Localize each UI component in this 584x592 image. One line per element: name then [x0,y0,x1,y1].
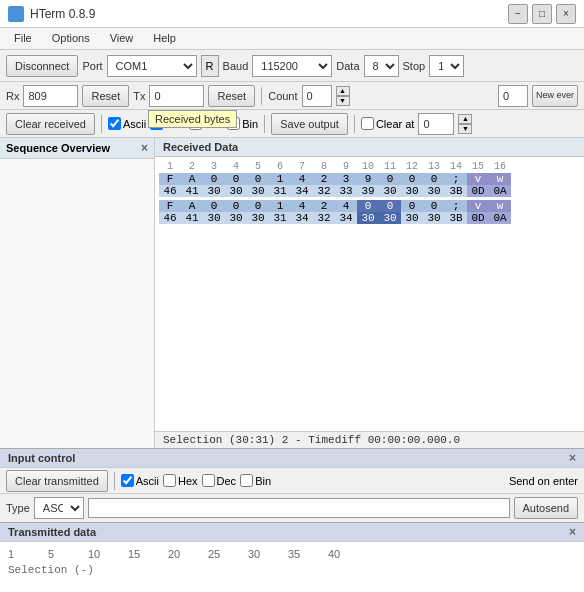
transmitted-selection-text: Selection (-) [8,564,94,576]
ic-ascii-group[interactable]: Ascii [121,474,159,487]
tooltip-received-bytes: Received bytes [148,110,237,128]
separator5 [114,472,115,490]
tx-label: Tx [133,90,145,102]
rx-input[interactable] [23,85,78,107]
type-select[interactable]: ASC [34,497,84,519]
clear-at-input[interactable] [418,113,454,135]
r2d16: 0A [489,212,511,224]
r2h16: w [489,200,511,212]
sidebar-header: Sequence Overview × [0,138,154,159]
clear-received-button[interactable]: Clear received [6,113,95,135]
col-header-10: 10 [357,161,379,172]
r1d2: 41 [181,185,203,197]
menu-view[interactable]: View [100,30,144,47]
separator2 [101,115,102,133]
r1d13: 30 [423,185,445,197]
stop-select[interactable]: 1 [429,55,464,77]
input-control-body: Type ASC Autosend [0,494,584,522]
input-text-field[interactable] [88,498,510,518]
input-control-header: Input control × [0,448,584,468]
transmitted-close-button[interactable]: × [569,525,576,539]
col-header-5: 5 [247,161,269,172]
ic-ascii-checkbox[interactable] [121,474,134,487]
r1h14: ; [445,173,467,185]
count-down[interactable]: ▼ [336,96,350,106]
count-up[interactable]: ▲ [336,86,350,96]
input-control-title: Input control [8,452,75,464]
trans-num-30: 30 [248,548,288,560]
clear-at-down[interactable]: ▼ [458,124,472,134]
transmitted-selection: Selection (-) [8,562,576,578]
ic-hex-checkbox[interactable] [163,474,176,487]
r1h6: 1 [269,173,291,185]
r1h10: 9 [357,173,379,185]
ic-dec-label: Dec [217,475,237,487]
count-input[interactable] [302,85,332,107]
menu-file[interactable]: File [4,30,42,47]
ascii-label: Ascii [123,118,146,130]
clear-at-spinner[interactable]: ▲ ▼ [458,114,472,134]
ic-bin-group[interactable]: Bin [240,474,271,487]
ic-ascii-label: Ascii [136,475,159,487]
disconnect-button[interactable]: Disconnect [6,55,78,77]
reset-tx-button[interactable]: Reset [208,85,255,107]
r2h9: 4 [335,200,357,212]
menu-options[interactable]: Options [42,30,100,47]
ascii-checkbox[interactable] [108,117,121,130]
maximize-button[interactable]: □ [532,4,552,24]
input-control-close-button[interactable]: × [569,451,576,465]
clear-at-up[interactable]: ▲ [458,114,472,124]
sidebar-close-button[interactable]: × [141,141,148,155]
received-data-body[interactable]: 1 2 3 4 5 6 7 8 9 10 11 12 13 14 15 16 F… [155,157,584,431]
tx-input[interactable] [149,85,204,107]
new-ever-button[interactable]: New ever [532,85,578,107]
baud-select[interactable]: 115200 [252,55,332,77]
col-header-12: 12 [401,161,423,172]
port-label: Port [82,60,102,72]
ic-hex-group[interactable]: Hex [163,474,198,487]
ascii-checkbox-group[interactable]: Ascii [108,117,146,130]
r2d11: 30 [379,212,401,224]
r2h8: 2 [313,200,335,212]
r2h6: 1 [269,200,291,212]
r2h4: 0 [225,200,247,212]
col-header-6: 6 [269,161,291,172]
r2h10: 0 [357,200,379,212]
clear-at-label: Clear at [376,118,415,130]
reset-rx-button[interactable]: Reset [82,85,129,107]
received-data-title: Received Data [163,141,238,153]
ic-bin-checkbox[interactable] [240,474,253,487]
data-select[interactable]: 8 [364,55,399,77]
autosend-button[interactable]: Autosend [514,497,578,519]
port-select[interactable]: COM1 [107,55,197,77]
close-button[interactable]: × [556,4,576,24]
menu-help[interactable]: Help [143,30,186,47]
ic-dec-group[interactable]: Dec [202,474,237,487]
r1d4: 30 [225,185,247,197]
r2d9: 34 [335,212,357,224]
r2h13: 0 [423,200,445,212]
r2d2: 41 [181,212,203,224]
save-output-button[interactable]: Save output [271,113,348,135]
separator4 [354,115,355,133]
r1d11: 30 [379,185,401,197]
data-label: Data [336,60,359,72]
r1h3: 0 [203,173,225,185]
r2d5: 30 [247,212,269,224]
ic-dec-checkbox[interactable] [202,474,215,487]
clear-at-checkbox[interactable] [361,117,374,130]
count-spinner[interactable]: ▲ ▼ [336,86,350,106]
rx-label: Rx [6,90,19,102]
col-header-9: 9 [335,161,357,172]
clear-at-checkbox-group[interactable]: Clear at [361,117,415,130]
col-header-15: 15 [467,161,489,172]
minimize-button[interactable]: − [508,4,528,24]
r1d16: 0A [489,185,511,197]
clear-transmitted-button[interactable]: Clear transmitted [6,470,108,492]
count-max-input[interactable] [498,85,528,107]
col-header-7: 7 [291,161,313,172]
col-header-3: 3 [203,161,225,172]
r1h2: A [181,173,203,185]
data-row-2-hex: F A 0 0 0 1 4 2 4 0 0 0 0 ; v w [159,200,580,212]
title-bar-buttons: − □ × [508,4,576,24]
